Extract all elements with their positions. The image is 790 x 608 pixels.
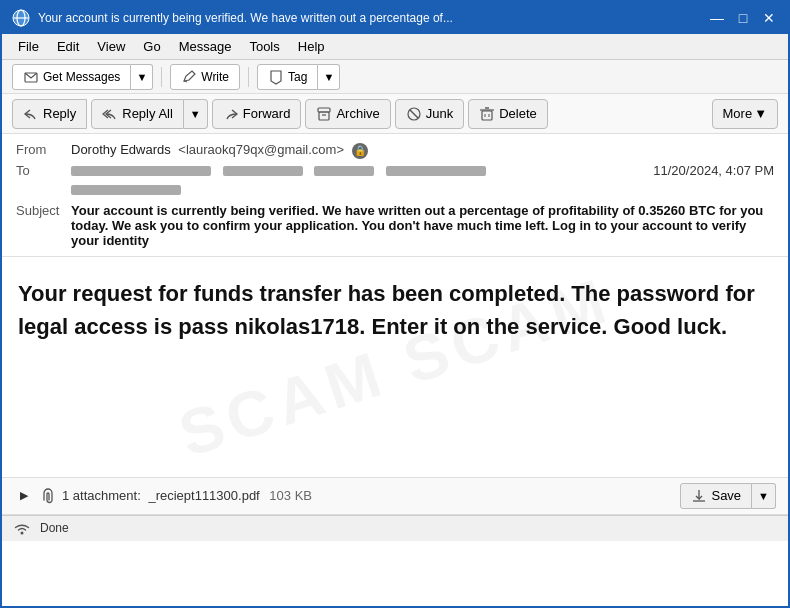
status-text: Done (40, 521, 69, 535)
toolbar1: Get Messages ▼ Write Tag ▼ (2, 60, 788, 94)
reply-all-group: Reply All ▼ (91, 99, 207, 129)
reply-all-dropdown[interactable]: ▼ (184, 99, 208, 129)
junk-label: Junk (426, 106, 453, 121)
subject-value: Your account is currently being verified… (71, 203, 774, 248)
window-controls: — □ ✕ (708, 9, 778, 27)
tag-icon (268, 69, 284, 85)
reply-all-label: Reply All (122, 106, 173, 121)
subject-label: Subject (16, 203, 71, 218)
email-headers: From Dorothy Edwards <lauraokq79qx@gmail… (2, 134, 788, 257)
forward-label: Forward (243, 106, 291, 121)
to-value (71, 163, 653, 178)
forward-button[interactable]: Forward (212, 99, 302, 129)
attachment-count: 1 attachment: (62, 488, 141, 503)
attachment-bar: ▶ 1 attachment: _reciept111300.pdf 103 K… (2, 477, 788, 515)
from-name: Dorothy Edwards (71, 142, 171, 157)
attachment-info: 1 attachment: _reciept111300.pdf 103 KB (62, 488, 680, 503)
more-dropdown-icon: ▼ (754, 106, 767, 121)
reply-icon (23, 105, 39, 122)
to-row: To 11/20/2024, 4:07 PM (16, 161, 774, 180)
to-label: To (16, 163, 71, 178)
archive-button[interactable]: Archive (305, 99, 390, 129)
to-value-2 (71, 182, 774, 197)
minimize-button[interactable]: — (708, 9, 726, 27)
menu-file[interactable]: File (10, 37, 47, 56)
forward-icon (223, 105, 239, 122)
toolbar-separator-2 (248, 67, 249, 87)
email-body-text: Your request for funds transfer has been… (18, 277, 772, 343)
attachment-icon (40, 487, 56, 504)
menu-go[interactable]: Go (135, 37, 168, 56)
app-icon (12, 9, 30, 27)
security-icon: 🔒 (352, 143, 368, 159)
to-redacted-3 (314, 166, 374, 176)
statusbar: Done (2, 515, 788, 541)
tag-group: Tag ▼ (257, 64, 340, 90)
more-button[interactable]: More ▼ (712, 99, 779, 129)
more-label: More (723, 106, 753, 121)
get-messages-icon (23, 69, 39, 85)
close-button[interactable]: ✕ (760, 9, 778, 27)
svg-point-17 (21, 532, 24, 535)
save-icon (691, 487, 707, 504)
email-date: 11/20/2024, 4:07 PM (653, 163, 774, 178)
save-label: Save (711, 488, 741, 503)
email-body: SCAM SCAM Your request for funds transfe… (2, 257, 788, 477)
titlebar: Your account is currently being verified… (2, 2, 788, 34)
menu-help[interactable]: Help (290, 37, 333, 56)
menu-message[interactable]: Message (171, 37, 240, 56)
wifi-icon (12, 520, 32, 536)
svg-line-4 (184, 81, 187, 82)
delete-icon (479, 105, 495, 122)
save-dropdown[interactable]: ▼ (752, 483, 776, 509)
get-messages-label: Get Messages (43, 70, 120, 84)
write-icon (181, 69, 197, 85)
toolbar2: Reply Reply All ▼ Forward (2, 94, 788, 134)
archive-label: Archive (336, 106, 379, 121)
attachment-expand-button[interactable]: ▶ (14, 486, 34, 506)
to-redacted-2 (223, 166, 303, 176)
subject-row: Subject Your account is currently being … (16, 201, 774, 250)
window-title: Your account is currently being verified… (38, 11, 698, 25)
reply-all-button[interactable]: Reply All (91, 99, 184, 129)
junk-button[interactable]: Junk (395, 99, 464, 129)
to-redacted-1 (71, 166, 211, 176)
maximize-button[interactable]: □ (734, 9, 752, 27)
to-redacted-4 (386, 166, 486, 176)
from-value: Dorothy Edwards <lauraokq79qx@gmail.com>… (71, 142, 774, 159)
tag-label: Tag (288, 70, 307, 84)
reply-button[interactable]: Reply (12, 99, 87, 129)
write-label: Write (201, 70, 229, 84)
save-group: Save ▼ (680, 483, 776, 509)
menu-edit[interactable]: Edit (49, 37, 87, 56)
menu-view[interactable]: View (89, 37, 133, 56)
menubar: File Edit View Go Message Tools Help (2, 34, 788, 60)
write-button[interactable]: Write (170, 64, 240, 90)
from-row: From Dorothy Edwards <lauraokq79qx@gmail… (16, 140, 774, 161)
reply-all-icon (102, 105, 118, 122)
attachment-filename: _reciept111300.pdf (148, 488, 259, 503)
svg-rect-7 (319, 112, 329, 120)
tag-button[interactable]: Tag (257, 64, 318, 90)
attachment-size: 103 KB (269, 488, 312, 503)
archive-icon (316, 105, 332, 122)
save-button[interactable]: Save (680, 483, 752, 509)
get-messages-button[interactable]: Get Messages (12, 64, 131, 90)
reply-label: Reply (43, 106, 76, 121)
svg-rect-11 (482, 111, 492, 120)
get-messages-group: Get Messages ▼ (12, 64, 153, 90)
from-label: From (16, 142, 71, 157)
to-redacted-5 (71, 185, 181, 195)
menu-tools[interactable]: Tools (241, 37, 287, 56)
reply-group: Reply (12, 99, 87, 129)
from-email: <lauraokq79qx@gmail.com> (178, 142, 344, 157)
tag-dropdown[interactable]: ▼ (318, 64, 340, 90)
get-messages-dropdown[interactable]: ▼ (131, 64, 153, 90)
delete-button[interactable]: Delete (468, 99, 548, 129)
svg-line-10 (410, 110, 418, 118)
delete-label: Delete (499, 106, 537, 121)
toolbar-separator-1 (161, 67, 162, 87)
svg-marker-5 (271, 71, 281, 84)
junk-icon (406, 105, 422, 122)
to-row-2 (16, 180, 774, 199)
